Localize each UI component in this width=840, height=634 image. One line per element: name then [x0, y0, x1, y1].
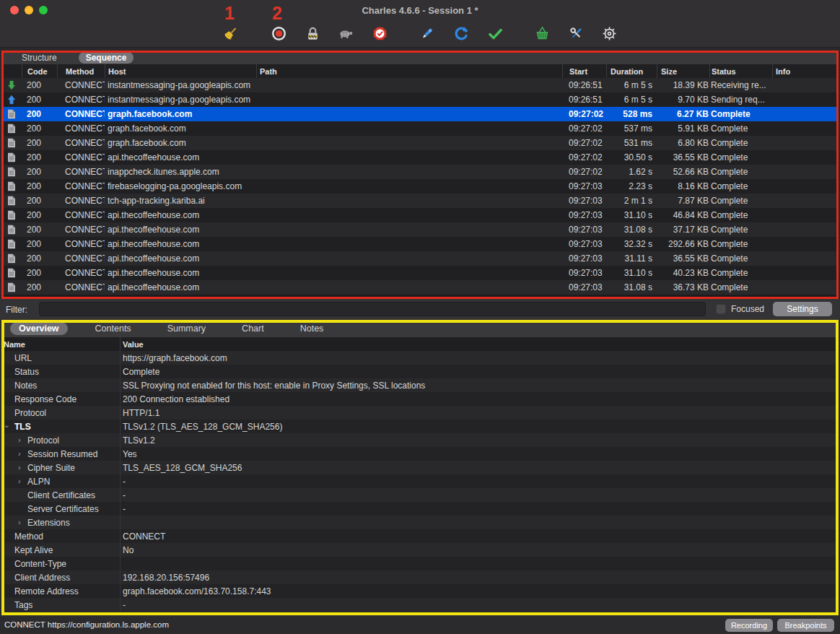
detail-name: Notes: [1, 378, 121, 392]
list-item[interactable]: Response Code200 Connection established: [1, 392, 839, 406]
detail-name-label: Content-Type: [14, 559, 66, 569]
table-row[interactable]: 200CONNECTfirebaselogging-pa.googleapis.…: [1, 179, 839, 194]
window-title: Charles 4.6.6 - Session 1 *: [0, 5, 840, 16]
list-item[interactable]: ›TLSTLSv1.2 (TLS_AES_128_GCM_SHA256): [1, 420, 839, 433]
table-row[interactable]: 200CONNECTinstantmessaging-pa.googleapis…: [1, 92, 839, 107]
chevron-right-icon[interactable]: ›: [18, 518, 21, 526]
table-row[interactable]: 200CONNECTapi.thecoffeehouse.com09:27:03…: [1, 280, 839, 295]
table-row[interactable]: 200CONNECTapi.thecoffeehouse.com09:27:02…: [1, 150, 839, 165]
list-item[interactable]: ›Extensions: [1, 516, 839, 529]
cell-code: 200: [22, 123, 57, 134]
record-icon[interactable]: [269, 24, 288, 43]
cell-method: CONNECT: [57, 253, 105, 264]
tab-chart[interactable]: Chart: [233, 322, 273, 335]
settings-button[interactable]: Settings: [773, 302, 832, 316]
table-row[interactable]: 200CONNECTgraph.facebook.com09:27:02531 …: [1, 136, 839, 150]
cell-method: CONNECT: [57, 109, 105, 119]
column-header-code[interactable]: Code: [22, 64, 57, 78]
list-item[interactable]: MethodCONNECT: [1, 529, 839, 543]
chevron-down-icon[interactable]: ›: [3, 425, 11, 428]
cell-dur: 32.32 s: [606, 239, 657, 249]
list-item[interactable]: Remote Addressgraph.facebook.com/163.70.…: [1, 584, 839, 598]
table-row[interactable]: 200CONNECTgraph.facebook.com09:27:02528 …: [1, 107, 839, 121]
breakpoints-button[interactable]: Breakpoints: [777, 619, 834, 632]
detail-name: Kept Alive: [1, 543, 121, 557]
list-item[interactable]: Tags-: [1, 598, 839, 612]
cell-status: Complete: [709, 167, 772, 177]
settings-gear-icon[interactable]: [600, 24, 618, 43]
tools-icon[interactable]: [566, 24, 585, 43]
download-arrow-icon: [1, 80, 22, 90]
column-header-duration[interactable]: Duration: [606, 64, 657, 78]
chevron-right-icon[interactable]: ›: [18, 450, 21, 458]
chevron-right-icon[interactable]: ›: [18, 464, 21, 472]
tab-summary[interactable]: Summary: [159, 322, 214, 335]
tab-structure[interactable]: Structure: [14, 52, 64, 64]
cell-method: CONNECT: [57, 225, 105, 235]
table-row[interactable]: 200CONNECTtch-app-tracking.kariba.ai09:2…: [1, 194, 839, 208]
breakpoints-stop-icon[interactable]: [370, 24, 389, 43]
detail-table-body: URLhttps://graph.facebook.comStatusCompl…: [1, 351, 839, 612]
cell-start: 09:27:03: [562, 196, 606, 206]
list-item[interactable]: ProtocolHTTP/1.1: [1, 406, 839, 420]
throttle-turtle-icon[interactable]: [336, 24, 355, 43]
column-header-info[interactable]: Info: [772, 64, 839, 78]
name-column-header: Name: [1, 337, 121, 351]
column-header-size[interactable]: Size: [657, 64, 709, 78]
list-item[interactable]: ›Cipher SuiteTLS_AES_128_GCM_SHA256: [1, 461, 839, 474]
filter-input[interactable]: [39, 302, 706, 316]
clear-broom-icon[interactable]: [221, 24, 240, 43]
tab-notes[interactable]: Notes: [292, 322, 333, 335]
detail-name-label: Session Resumed: [27, 449, 97, 459]
upload-arrow-icon: [1, 95, 22, 105]
table-row[interactable]: 200CONNECTapi.thecoffeehouse.com09:27:03…: [1, 237, 839, 251]
basket-icon[interactable]: [533, 24, 551, 43]
column-header-start[interactable]: Start: [562, 64, 606, 78]
list-item[interactable]: ›ProtocolTLSv1.2: [1, 433, 839, 447]
compose-pencil-icon[interactable]: [417, 24, 436, 43]
table-row[interactable]: 200CONNECTapi.thecoffeehouse.com09:27:03…: [1, 222, 839, 237]
chevron-right-icon[interactable]: ›: [18, 436, 21, 444]
cell-start: 09:27:03: [562, 210, 606, 220]
column-header-host[interactable]: Host: [105, 64, 256, 78]
table-row[interactable]: 200CONNECTinstantmessaging-pa.googleapis…: [1, 78, 839, 92]
chevron-right-icon[interactable]: ›: [18, 477, 21, 485]
table-row[interactable]: 200CONNECTgraph.facebook.com09:27:02537 …: [1, 121, 839, 136]
table-row[interactable]: 200CONNECTapi.thecoffeehouse.com09:27:03…: [1, 251, 839, 266]
document-icon: [1, 152, 22, 162]
table-row[interactable]: 200CONNECTinappcheck.itunes.apple.com09:…: [1, 165, 839, 179]
column-header-method[interactable]: Method: [57, 64, 105, 78]
column-header-status[interactable]: Status: [709, 64, 772, 78]
ssl-lock-icon[interactable]: [303, 24, 322, 43]
repeat-refresh-icon[interactable]: [452, 24, 471, 43]
detail-name-label: Method: [14, 531, 43, 542]
filter-bar: Filter: Focused Settings: [0, 299, 840, 320]
focused-label: Focused: [731, 304, 764, 314]
list-item[interactable]: Client Certificates-: [1, 488, 839, 502]
cell-host: instantmessaging-pa.googleapis.com: [105, 80, 256, 90]
column-header-path[interactable]: Path: [256, 64, 562, 78]
list-item[interactable]: Client Address192.168.20.156:57496: [1, 570, 839, 584]
document-icon: [1, 253, 22, 264]
list-item[interactable]: StatusComplete: [1, 365, 839, 378]
tab-sequence[interactable]: Sequence: [79, 52, 134, 64]
recording-button[interactable]: Recording: [725, 619, 773, 632]
list-item[interactable]: Kept AliveNo: [1, 543, 839, 557]
cell-size: 7.87 KB: [657, 196, 709, 206]
list-item[interactable]: NotesSSL Proxying not enabled for this h…: [1, 378, 839, 392]
list-item[interactable]: Server Certificates-: [1, 502, 839, 516]
list-item[interactable]: ›ALPN-: [1, 474, 839, 488]
cell-dur: 2.23 s: [606, 181, 657, 191]
focused-checkbox[interactable]: [716, 304, 726, 314]
list-item[interactable]: Content-Type: [1, 557, 839, 570]
filter-label: Filter:: [6, 305, 27, 315]
tab-overview[interactable]: Overview: [10, 322, 68, 335]
list-item[interactable]: ›Session ResumedYes: [1, 447, 839, 461]
detail-panel: OverviewContentsSummaryChartNotes Name V…: [1, 320, 839, 615]
tab-contents[interactable]: Contents: [87, 322, 140, 335]
list-item[interactable]: URLhttps://graph.facebook.com: [1, 351, 839, 365]
cell-start: 09:27:03: [562, 239, 606, 249]
table-row[interactable]: 200CONNECTapi.thecoffeehouse.com09:27:03…: [1, 266, 839, 280]
table-row[interactable]: 200CONNECTapi.thecoffeehouse.com09:27:03…: [1, 208, 839, 222]
validate-check-icon[interactable]: [486, 24, 504, 43]
